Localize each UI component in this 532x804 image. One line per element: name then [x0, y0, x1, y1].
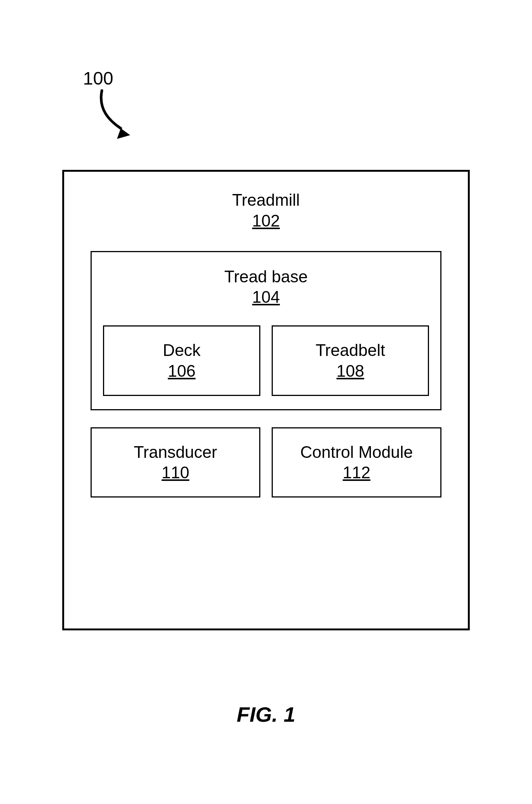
transducer-title: Transducer — [95, 443, 255, 462]
treadbase-block: Tread base 104 Deck 106 Treadbelt 108 — [91, 251, 441, 410]
treadmill-block: Treadmill 102 Tread base 104 Deck 106 Tr… — [62, 170, 470, 630]
treadbase-ref: 104 — [103, 288, 429, 307]
treadbase-subrow: Deck 106 Treadbelt 108 — [103, 325, 429, 396]
deck-title: Deck — [108, 341, 255, 360]
treadbelt-block: Treadbelt 108 — [272, 325, 429, 396]
treadbelt-ref: 108 — [277, 362, 424, 380]
page: 100 Treadmill 102 Tread base 104 Deck 10… — [0, 0, 532, 804]
control-module-block: Control Module 112 — [272, 427, 441, 498]
treadbelt-title: Treadbelt — [277, 341, 424, 360]
control-module-title: Control Module — [277, 443, 437, 462]
treadbase-title: Tread base — [103, 267, 429, 286]
control-module-ref: 112 — [277, 463, 437, 482]
treadmill-title: Treadmill — [91, 191, 441, 210]
figure-caption: FIG. 1 — [0, 702, 532, 727]
deck-block: Deck 106 — [103, 325, 260, 396]
transducer-block: Transducer 110 — [91, 427, 260, 498]
treadmill-subrow: Transducer 110 Control Module 112 — [91, 427, 441, 498]
pointer-arrow-icon — [94, 87, 140, 140]
transducer-ref: 110 — [95, 463, 255, 482]
deck-ref: 106 — [108, 362, 255, 380]
system-ref-label: 100 — [83, 68, 113, 89]
svg-marker-0 — [117, 128, 130, 139]
treadmill-ref: 102 — [91, 211, 441, 230]
